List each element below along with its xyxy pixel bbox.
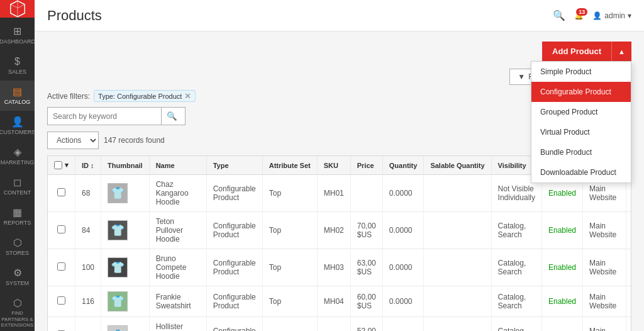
sidebar: ⊞ DASHBOARD $ SALES ▤ CATALOG 👤 CUSTOMER… (0, 0, 35, 331)
row-websites: Main Website (583, 249, 626, 286)
thumbnail-image: 👕 (108, 183, 128, 203)
dropdown-item-downloadable[interactable]: Downloadable Product (531, 162, 631, 182)
row-type: Configurable Product (206, 286, 262, 317)
search-input[interactable] (48, 108, 161, 125)
sidebar-item-label: CONTENT (4, 189, 31, 196)
remove-filter-button[interactable]: ✕ (184, 92, 191, 100)
row-type: Configurable Product (206, 212, 262, 249)
row-thumbnail: 👕 (101, 317, 150, 332)
row-checkbox[interactable] (57, 225, 65, 233)
add-product-button[interactable]: Add Product (542, 42, 612, 61)
row-thumbnail: 👕 (101, 175, 150, 212)
row-visibility: Catalog, Search (491, 249, 541, 286)
row-status: Enabled (541, 317, 582, 332)
row-price: 63,00 $US (350, 249, 382, 286)
th-sku[interactable]: SKU (317, 156, 350, 175)
row-type: Configurable Product (206, 317, 262, 332)
sidebar-item-reports[interactable]: ▦ REPORTS (0, 201, 35, 232)
row-attribute-set: Top (262, 212, 317, 249)
sidebar-item-content[interactable]: ◻ CONTENT (0, 171, 35, 201)
row-salable-qty (424, 286, 491, 317)
th-thumbnail: Thumbnail (101, 156, 150, 175)
search-input-wrap: 🔍 (47, 107, 186, 125)
row-id: 116 (75, 286, 101, 317)
sidebar-item-stores[interactable]: ⬡ STORES (0, 232, 35, 262)
row-action: Edit (626, 286, 631, 317)
filter-icon: ▼ (518, 72, 525, 81)
sidebar-item-customers[interactable]: 👤 CUSTOMERS (0, 111, 35, 141)
th-type[interactable]: Type (206, 156, 262, 175)
search-button[interactable]: 🔍 (161, 108, 182, 125)
row-id: 100 (75, 249, 101, 286)
topbar: Products 🔍 🔔 13 👤 admin ▾ (35, 0, 644, 31)
records-found: 147 records found (104, 136, 165, 145)
page-title: Products (47, 8, 102, 24)
sidebar-item-dashboard[interactable]: ⊞ DASHBOARD (0, 20, 35, 50)
sidebar-item-extensions[interactable]: ⬡ FIND PARTNERS & EXTENSIONS (0, 292, 35, 331)
row-action: Edit (626, 317, 631, 332)
sidebar-item-label: STORES (6, 250, 29, 257)
search-icon[interactable]: 🔍 (553, 9, 565, 21)
row-status: Enabled (541, 212, 582, 249)
sidebar-item-catalog[interactable]: ▤ CATALOG (0, 81, 35, 111)
th-attribute-set[interactable]: Attribute Set (262, 156, 317, 175)
thumbnail-image: 👕 (108, 257, 128, 278)
customers-icon: 👤 (11, 116, 24, 128)
row-attribute-set: Top (262, 175, 317, 212)
row-checkbox[interactable] (57, 296, 65, 305)
th-salable-qty[interactable]: Salable Quantity (424, 156, 491, 175)
row-id: 84 (75, 212, 101, 249)
dropdown-item-virtual[interactable]: Virtual Product (531, 122, 631, 142)
chevron-icon: ▾ (65, 161, 69, 169)
user-icon: 👤 (592, 11, 602, 20)
notifications[interactable]: 🔔 13 (574, 11, 584, 20)
th-name[interactable]: Name (149, 156, 206, 175)
th-checkbox: ▾ (48, 156, 75, 175)
sidebar-item-label: MARKETING (1, 159, 35, 166)
sidebar-item-label: SYSTEM (6, 280, 29, 287)
row-action: Edit (626, 212, 631, 249)
th-quantity[interactable]: Quantity (382, 156, 424, 175)
row-attribute-set: Top (262, 286, 317, 317)
sidebar-item-sales[interactable]: $ SALES (0, 50, 35, 81)
sidebar-item-label: DASHBOARD (0, 38, 35, 45)
row-name: Hollister Backyard Sweatshirt (149, 317, 206, 332)
row-salable-qty (424, 175, 491, 212)
dropdown-item-configurable[interactable]: Configurable Product (531, 82, 631, 102)
sidebar-item-marketing[interactable]: ◈ MARKETING (0, 141, 35, 171)
row-name: Chaz Kangaroo Hoodie (149, 175, 206, 212)
sidebar-item-label: REPORTS (4, 220, 31, 227)
logo[interactable] (0, 0, 35, 18)
thumbnail-image: 👕 (108, 220, 128, 240)
dropdown-item-grouped[interactable]: Grouped Product (531, 102, 631, 122)
sidebar-item-label: CUSTOMERS (0, 129, 35, 136)
dropdown-item-simple[interactable]: Simple Product (531, 62, 631, 82)
topbar-actions: 🔍 🔔 13 👤 admin ▾ (553, 9, 631, 21)
row-name: Frankie Sweatshirt (149, 286, 206, 317)
actions-select[interactable]: Actions (47, 132, 99, 149)
th-id[interactable]: ID ↕ (75, 156, 101, 175)
row-checkbox[interactable] (57, 188, 65, 196)
row-attribute-set: Top (262, 249, 317, 286)
extensions-icon: ⬡ (13, 297, 22, 309)
row-price: 60,00 $US (350, 286, 382, 317)
main-area: Products 🔍 🔔 13 👤 admin ▾ Add Product ▲ … (35, 0, 644, 331)
sidebar-item-system[interactable]: ⚙ SYSTEM (0, 262, 35, 292)
row-type: Configurable Product (206, 175, 262, 212)
reports-icon: ▦ (13, 206, 22, 218)
th-price[interactable]: Price (350, 156, 382, 175)
row-salable-qty (424, 249, 491, 286)
content-area: Add Product ▲ Simple Product Configurabl… (35, 31, 644, 331)
row-quantity: 0.0000 (382, 212, 424, 249)
admin-user-menu[interactable]: 👤 admin ▾ (592, 11, 631, 20)
add-product-group: Add Product ▲ Simple Product Configurabl… (542, 42, 631, 61)
table-body: 68 👕 Chaz Kangaroo Hoodie Configurable P… (48, 175, 631, 332)
row-visibility: Catalog, Search (491, 286, 541, 317)
select-all-checkbox[interactable] (54, 161, 62, 169)
row-visibility: Catalog, Search (491, 317, 541, 332)
row-quantity: 0.0000 (382, 249, 424, 286)
row-checkbox[interactable] (57, 262, 65, 271)
row-salable-qty (424, 317, 491, 332)
dropdown-item-bundle[interactable]: Bundle Product (531, 142, 631, 162)
add-product-dropdown-arrow[interactable]: ▲ (612, 42, 631, 61)
